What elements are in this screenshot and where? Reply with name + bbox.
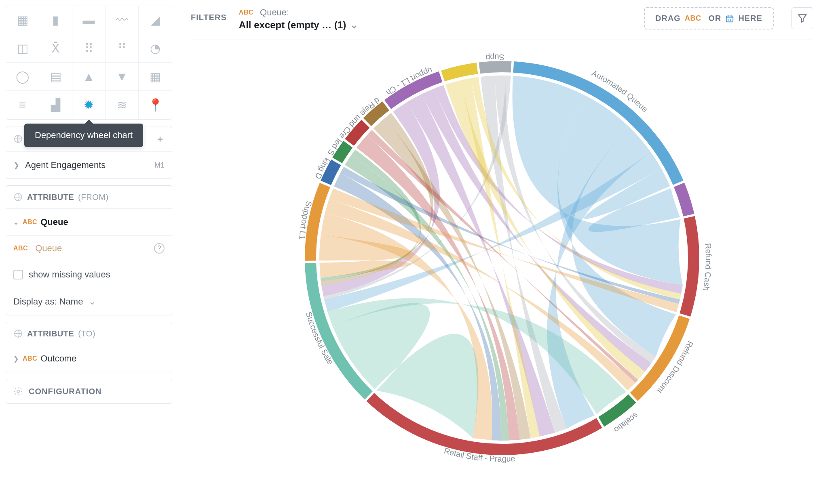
chart-type-pyramid[interactable]: ▲ xyxy=(72,63,106,91)
add-metric-icon[interactable]: ＋ xyxy=(156,133,165,145)
dependency-wheel-chart[interactable]: Automated QueueRefund CashRefund Discoun… xyxy=(191,40,813,480)
attr-from-title: ATTRIBUTE xyxy=(27,193,74,202)
chart-type-table[interactable]: ▦ xyxy=(6,6,39,34)
filters-bar: FILTERS ABC Queue: All except (empty … (… xyxy=(191,7,813,31)
svg-point-3 xyxy=(17,390,19,393)
config-sidebar: ▦▮▬〰◢◫X̄⠿⠛◔◯▤▲▼▦≡▟✹≋📍 Dependency wheel c… xyxy=(0,0,178,504)
gear-icon xyxy=(13,386,23,396)
chevron-right-icon: ❯ xyxy=(13,161,19,170)
arc-label-supp: Supp xyxy=(485,53,504,63)
attribute-from-placeholder-row[interactable]: ABC Queue ? xyxy=(6,235,172,261)
calendar-icon: 31 xyxy=(725,14,734,23)
attr-to-subtitle: (TO) xyxy=(78,329,95,338)
chart-type-column[interactable]: ▮ xyxy=(39,6,72,34)
configuration-panel[interactable]: CONFIGURATION xyxy=(6,379,172,404)
metric-item[interactable]: ❯ Agent Engagements M1 xyxy=(6,151,172,178)
chart-type-tooltip: Dependency wheel chart xyxy=(24,124,143,147)
metrics-icon xyxy=(13,134,23,144)
drag-label: DRAG xyxy=(655,14,681,23)
attribute-from-value: Queue xyxy=(40,217,68,227)
show-missing-row[interactable]: show missing values xyxy=(6,261,172,288)
abc-badge: ABC xyxy=(239,9,253,16)
chart-type-bar[interactable]: ▬ xyxy=(72,6,106,34)
chart-type-scatter[interactable]: ⠿ xyxy=(72,34,106,63)
chart-type-combo[interactable]: ◫ xyxy=(6,34,39,63)
chevron-right-icon: ❯ xyxy=(13,355,19,363)
chevron-down-icon: ⌄ xyxy=(89,296,96,307)
or-label: OR xyxy=(708,14,721,23)
chevron-down-icon: ⌄ xyxy=(13,218,19,226)
chart-type-bubble[interactable]: ⠛ xyxy=(106,34,139,63)
filter-value: All except (empty … (1) xyxy=(239,19,346,31)
arc-label-nd_rejec: nd Rejec xyxy=(196,40,382,118)
svg-text:31: 31 xyxy=(728,18,732,21)
abc-badge: ABC xyxy=(23,355,37,362)
show-missing-checkbox[interactable] xyxy=(13,270,23,279)
attr-to-title: ATTRIBUTE xyxy=(27,329,74,338)
attribute-icon xyxy=(13,329,23,338)
arc-refund_cash[interactable] xyxy=(680,216,699,317)
attribute-to-header: ATTRIBUTE (TO) xyxy=(6,322,172,345)
configuration-label: CONFIGURATION xyxy=(29,387,101,396)
chart-type-funnel[interactable]: ▼ xyxy=(106,63,139,91)
arc-label-oking_da: oking Da xyxy=(196,40,331,181)
arc-supp[interactable] xyxy=(479,61,512,74)
abc-badge: ABC xyxy=(23,218,37,226)
attribute-icon xyxy=(13,192,23,202)
chart-type-grid: ▦▮▬〰◢◫X̄⠿⠛◔◯▤▲▼▦≡▟✹≋📍 xyxy=(6,6,172,120)
arc-label-refund_cash: Refund Cash xyxy=(702,243,713,292)
chart-type-headline[interactable]: X̄ xyxy=(39,34,72,63)
attribute-from-panel: ATTRIBUTE (FROM) ⌄ ABC Queue ABC Queue ?… xyxy=(6,185,172,315)
chart-type-heatmap[interactable]: ▦ xyxy=(139,63,172,91)
attribute-to-value-row[interactable]: ❯ ABC Outcome xyxy=(6,345,172,372)
chart-type-donut[interactable]: ◯ xyxy=(6,63,39,91)
chart-type-treemap[interactable]: ▤ xyxy=(39,63,72,91)
chart-type-pie[interactable]: ◔ xyxy=(139,34,172,63)
metric-tag: M1 xyxy=(154,161,165,170)
help-icon[interactable]: ? xyxy=(154,243,165,254)
filter-queue[interactable]: ABC Queue: All except (empty … (1) ⌄ xyxy=(239,7,358,31)
abc-badge: ABC xyxy=(685,14,701,23)
funnel-icon xyxy=(797,13,808,23)
show-missing-label: show missing values xyxy=(29,269,110,280)
metric-label: Agent Engagements xyxy=(25,160,106,170)
display-as-row[interactable]: Display as: Name ⌄ xyxy=(6,288,172,315)
filter-dropzone[interactable]: DRAG ABC OR 31 HERE xyxy=(644,7,774,29)
chart-type-dependency-wheel[interactable]: ✹ xyxy=(72,91,106,119)
main-area: FILTERS ABC Queue: All except (empty … (… xyxy=(178,0,823,504)
attribute-to-panel: ATTRIBUTE (TO) ❯ ABC Outcome xyxy=(6,322,172,372)
attribute-to-value: Outcome xyxy=(40,353,76,364)
here-label: HERE xyxy=(738,14,762,23)
chart-type-area[interactable]: ◢ xyxy=(139,6,172,34)
attribute-from-placeholder: Queue xyxy=(35,243,62,254)
filter-name: Queue: xyxy=(260,7,289,18)
chart-type-bullet[interactable]: ≡ xyxy=(6,91,39,119)
chart-type-geo[interactable]: 📍 xyxy=(139,91,172,119)
display-as-label: Display as: Name xyxy=(13,296,83,307)
chart-type-waterfall[interactable]: ▟ xyxy=(39,91,72,119)
attribute-from-value-row[interactable]: ⌄ ABC Queue xyxy=(6,208,172,235)
attr-from-subtitle: (FROM) xyxy=(78,193,108,202)
filters-label: FILTERS xyxy=(191,7,227,22)
chevron-down-icon: ⌄ xyxy=(350,19,358,31)
chart-type-sankey[interactable]: ≋ xyxy=(106,91,139,119)
chart-type-line[interactable]: 〰 xyxy=(106,6,139,34)
attribute-from-header: ATTRIBUTE (FROM) xyxy=(6,186,172,208)
filter-settings-button[interactable] xyxy=(791,7,813,29)
abc-badge: ABC xyxy=(13,245,28,252)
